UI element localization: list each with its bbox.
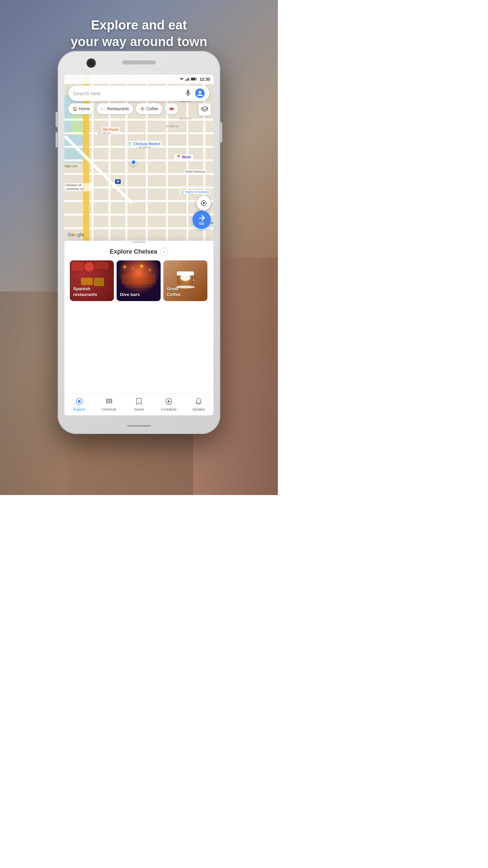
updates-nav-icon [195, 398, 202, 407]
svg-point-19 [78, 400, 81, 403]
status-bar: 12:30 [64, 75, 214, 84]
svg-rect-7 [187, 90, 189, 94]
coffee-card-label: Great Coffee [167, 286, 180, 298]
chevron-right-icon: › [163, 249, 165, 254]
spanish-restaurants-card[interactable]: Spanish restaurants [70, 260, 114, 301]
saved-nav-icon [136, 398, 142, 407]
home-chip-label: Home [79, 106, 90, 111]
commute-nav-icon [105, 398, 113, 407]
phone-shell: Del Posto 🛒 Chelsea Market 📍 Work Rubin … [58, 51, 220, 434]
restaurants-chip-label: Restaurants [107, 106, 129, 111]
map-label-highline: High Line [64, 164, 77, 168]
nav-updates[interactable]: Updates [184, 398, 214, 411]
spanish-card-label: Spanish restaurants [73, 286, 97, 298]
hero-title-line2: your way around town [70, 35, 207, 49]
map-label-metro: M [115, 180, 121, 183]
search-bar[interactable]: Search here [68, 85, 209, 101]
go-button[interactable]: GO [192, 211, 211, 229]
svg-rect-21 [107, 400, 109, 401]
nav-contribute[interactable]: Contribute [154, 398, 184, 411]
coffee-chip-icon: ☕ [140, 106, 145, 111]
map-label-rubin: Rubin Museum [184, 170, 207, 174]
user-location-marker [130, 159, 137, 165]
updates-nav-label: Updates [192, 408, 205, 411]
chip-restaurants[interactable]: 🍽️ Restaurants [97, 103, 133, 114]
map-area: Del Posto 🛒 Chelsea Market 📍 Work Rubin … [64, 75, 214, 241]
phone-speaker [122, 60, 156, 64]
user-avatar[interactable] [195, 88, 205, 98]
bottom-sheet-handle[interactable] [132, 241, 146, 243]
svg-rect-0 [185, 80, 186, 81]
dive-card-label: Dive bars [120, 292, 140, 298]
phone-wrapper: Del Posto 🛒 Chelsea Market 📍 Work Rubin … [58, 51, 220, 434]
hero-title: Explore and eat your way around town [0, 17, 278, 51]
map-label-work: 📍 Work [174, 154, 193, 160]
nav-explore[interactable]: Explore [64, 398, 94, 411]
svg-rect-5 [191, 78, 195, 80]
hero-title-line1: Explore and eat [91, 18, 187, 32]
chip-other[interactable]: 🎟️ [165, 103, 178, 114]
phone-screen: Del Posto 🛒 Chelsea Market 📍 Work Rubin … [64, 75, 214, 415]
phone-vol-up [56, 112, 58, 127]
phone-camera [86, 58, 96, 68]
svg-point-13 [203, 202, 205, 204]
map-label-w21: W 21st St [180, 117, 191, 120]
svg-rect-6 [196, 78, 197, 80]
explore-arrow-button[interactable]: › [160, 248, 168, 256]
home-chip-icon: 🏠 [73, 106, 78, 111]
map-label-w18: W 18th St [98, 132, 110, 135]
bottom-navigation: Explore [64, 393, 214, 415]
map-label-myers: 🛒 Myers of Keswick [180, 190, 210, 194]
road-diagonal [64, 136, 132, 203]
map-label-w19: W 19th St [139, 146, 151, 149]
layers-button[interactable] [199, 103, 211, 116]
battery-icon [191, 77, 197, 81]
contribute-nav-label: Contribute [161, 408, 177, 411]
map-label-w20: W 20th St [166, 125, 178, 128]
coffee-cup-image [175, 272, 196, 289]
wifi-icon [179, 77, 184, 81]
microphone-icon[interactable] [184, 90, 192, 97]
phone-home-indicator [127, 425, 151, 427]
my-location-button[interactable] [197, 196, 211, 210]
status-icons: 12:30 [179, 77, 210, 82]
explore-nav-label: Explore [74, 408, 85, 411]
saved-nav-label: Saved [134, 408, 144, 411]
explore-header: Explore Chelsea › [70, 248, 208, 256]
great-coffee-card[interactable]: Great Coffee [163, 260, 207, 301]
category-bar: 🏠 Home 🍽️ Restaurants ☕ Coffee 🎟️ [68, 103, 200, 116]
chip-coffee[interactable]: ☕ Coffee [136, 103, 162, 114]
chip-home[interactable]: 🏠 Home [68, 103, 94, 114]
svg-marker-11 [202, 106, 208, 110]
bottom-panel: Explore Chelsea › [64, 241, 214, 415]
svg-rect-22 [109, 400, 111, 401]
svg-point-10 [199, 91, 201, 94]
phone-vol-down [56, 132, 58, 147]
explore-title: Explore Chelsea [110, 248, 157, 255]
map-label-museum: Museum of American Art [65, 183, 92, 191]
signal-icon [185, 77, 189, 81]
explore-nav-icon [76, 398, 83, 407]
svg-rect-1 [186, 79, 187, 81]
coffee-chip-label: Coffee [146, 106, 158, 111]
svg-rect-3 [188, 78, 189, 81]
nav-saved[interactable]: Saved [124, 398, 154, 411]
dive-bars-card[interactable]: Dive bars [117, 260, 161, 301]
time-display: 12:30 [200, 77, 210, 82]
hero-text: Explore and eat your way around town [0, 17, 278, 51]
nav-commute[interactable]: Commute [94, 398, 124, 411]
explore-section: Explore Chelsea › [64, 241, 214, 305]
commute-nav-label: Commute [102, 408, 116, 411]
google-logo: Google [68, 232, 84, 237]
phone-power [220, 122, 222, 142]
svg-marker-12 [202, 108, 208, 112]
restaurants-chip-icon: 🍽️ [101, 106, 106, 111]
other-chip-icon: 🎟️ [169, 106, 174, 111]
svg-rect-2 [187, 78, 188, 81]
category-cards-row: Spanish restaurants [70, 260, 208, 301]
search-placeholder: Search here [73, 91, 184, 96]
contribute-nav-icon [165, 398, 172, 407]
